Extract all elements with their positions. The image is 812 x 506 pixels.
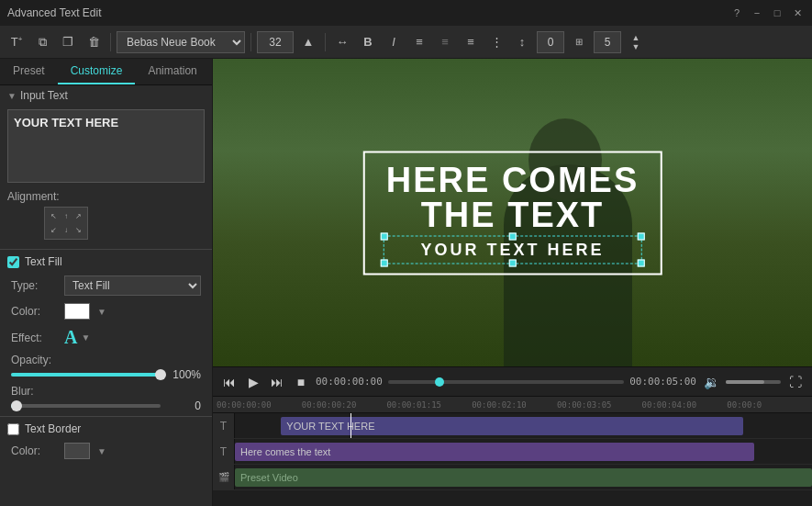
close-button[interactable]: ✕: [790, 6, 805, 20]
tab-preset[interactable]: Preset: [0, 59, 58, 84]
volume-down-button[interactable]: 🔉: [702, 373, 720, 391]
align-left-button[interactable]: ≡: [408, 31, 430, 53]
section-arrow-icon: ▼: [7, 91, 17, 101]
italic-button[interactable]: I: [383, 31, 405, 53]
text-fill-checkbox[interactable]: [7, 256, 19, 268]
help-button[interactable]: ?: [729, 6, 744, 20]
track-row-2: T Here comes the text: [213, 439, 812, 465]
timeline: 00:00:00:00 00:00:00:20 00:00:01:15 00:0…: [213, 396, 812, 506]
track-content-2: Here comes the text: [235, 439, 812, 464]
justify-button[interactable]: ⋮: [485, 31, 507, 53]
volume-slider[interactable]: [726, 380, 781, 384]
align-tl-button[interactable]: ↖: [48, 210, 60, 223]
text-border-checkbox[interactable]: [7, 423, 19, 435]
handle-t[interactable]: [509, 232, 517, 240]
opacity-thumb[interactable]: [155, 369, 166, 380]
copy-button[interactable]: ⧉: [31, 31, 53, 53]
effect-a-icon: A: [64, 327, 77, 348]
fullscreen-button[interactable]: ⛶: [786, 373, 805, 391]
play-button[interactable]: ▶: [244, 373, 262, 391]
maximize-button[interactable]: □: [770, 6, 784, 20]
overlay-main-text: HERE COMES THE TEXT: [383, 162, 642, 231]
letter-spacing-button[interactable]: ↔: [331, 31, 353, 53]
color-swatch[interactable]: [64, 303, 90, 320]
end-time-display: 00:00:05:00: [629, 376, 696, 388]
line-spacing-button[interactable]: ↕: [511, 31, 533, 53]
delete-button[interactable]: 🗑: [83, 31, 105, 53]
ruler-mark-1: 00:00:00:20: [302, 400, 387, 410]
blur-track[interactable]: [11, 404, 161, 408]
align-bc-button[interactable]: ↓: [61, 224, 72, 237]
color-dropdown-arrow[interactable]: ▼: [97, 307, 106, 317]
progress-thumb[interactable]: [435, 377, 444, 387]
paste-button[interactable]: ❐: [57, 31, 79, 53]
rewind-button[interactable]: ⏮: [220, 373, 239, 391]
alignment-section: Alignment: ↖ ↑ ↗ ↙ ↓ ↘: [0, 186, 212, 247]
blur-label: Blur:: [11, 385, 201, 398]
stop-button[interactable]: ■: [292, 373, 310, 391]
track-clip-3[interactable]: Preset Video: [235, 468, 812, 487]
font-size-up-button[interactable]: ▲: [297, 31, 319, 53]
ruler-mark-2: 00:00:01:15: [386, 400, 472, 410]
kerning-input[interactable]: [537, 31, 564, 53]
window-title: Advanced Text Edit: [7, 6, 102, 19]
effect-label: Effect:: [11, 332, 57, 344]
text-overlay[interactable]: HERE COMES THE TEXT YOUR TEXT HERE: [362, 151, 662, 275]
tab-customize[interactable]: Customize: [58, 59, 136, 84]
track-content-1: YOUR TEXT HERE: [235, 413, 812, 438]
opacity-row: Opacity: 100%: [0, 352, 212, 383]
handle-br[interactable]: [638, 259, 645, 266]
track-clip-2[interactable]: Here comes the text: [235, 443, 754, 461]
align-right-button[interactable]: ≡: [460, 31, 482, 53]
track-clip-1[interactable]: YOUR TEXT HERE: [281, 417, 742, 435]
opacity-track[interactable]: [11, 373, 161, 377]
main-content: Preset Customize Animation ▼ Input Text …: [0, 59, 812, 506]
extra-up-button[interactable]: ▲▼: [625, 31, 647, 53]
video-preview: HERE COMES THE TEXT YOUR TEXT HERE: [213, 59, 812, 366]
align-tr-button[interactable]: ↗: [72, 210, 84, 223]
add-text-icon: T+: [11, 35, 23, 49]
current-time-display: 00:00:00:00: [316, 376, 383, 388]
font-family-select[interactable]: Bebas Neue Book: [117, 31, 245, 53]
progress-bar[interactable]: [388, 380, 624, 384]
bold-button[interactable]: B: [357, 31, 379, 53]
tab-animation[interactable]: Animation: [135, 59, 209, 84]
border-color-arrow[interactable]: ▼: [97, 446, 106, 456]
video-background: HERE COMES THE TEXT YOUR TEXT HERE: [213, 59, 812, 366]
color-label: Color:: [11, 305, 57, 318]
minimize-button[interactable]: −: [750, 6, 764, 20]
handle-tl[interactable]: [380, 232, 387, 240]
effect-button[interactable]: A ▼: [64, 327, 90, 348]
align-bl-button[interactable]: ↙: [48, 224, 60, 237]
add-text-button[interactable]: T+: [6, 31, 28, 53]
handle-bl[interactable]: [380, 259, 387, 266]
track-row-3: 🎬 Preset Video: [213, 465, 812, 490]
type-select[interactable]: Text Fill: [64, 275, 201, 296]
align-br-button[interactable]: ↘: [72, 224, 84, 237]
input-text-header[interactable]: ▼ Input Text: [0, 85, 212, 106]
handle-b[interactable]: [509, 259, 517, 266]
text-border-row: Text Border: [0, 419, 212, 439]
ruler-mark-0: 00:00:00:00: [217, 400, 302, 410]
divider-2: [0, 416, 212, 417]
handle-tr[interactable]: [638, 232, 645, 240]
opacity-slider-line: 100%: [11, 368, 201, 381]
ruler-mark-4: 00:00:03:05: [557, 400, 642, 410]
align-center-button[interactable]: ≡: [434, 31, 456, 53]
paste-icon: ❐: [62, 35, 73, 49]
blur-thumb[interactable]: [11, 400, 22, 411]
text-fill-label: Text Fill: [25, 255, 62, 268]
track-icon-1: T: [213, 413, 235, 438]
next-frame-button[interactable]: ⏭: [268, 373, 286, 391]
font-size-input[interactable]: [257, 31, 294, 53]
blur-row: Blur: 0: [0, 383, 212, 414]
text-border-label: Text Border: [25, 422, 81, 435]
extra-btn[interactable]: ⊞: [568, 31, 590, 53]
border-color-swatch[interactable]: [64, 443, 90, 459]
extra-input[interactable]: [594, 31, 621, 53]
align-tc-button[interactable]: ↑: [61, 210, 72, 223]
input-text-area[interactable]: YOUR TEXT HERE: [7, 109, 205, 183]
timeline-tracks: T YOUR TEXT HERE T Here comes the text 🎬: [213, 413, 812, 506]
input-text-label: Input Text: [20, 89, 68, 102]
effect-dropdown-arrow[interactable]: ▼: [81, 332, 90, 343]
